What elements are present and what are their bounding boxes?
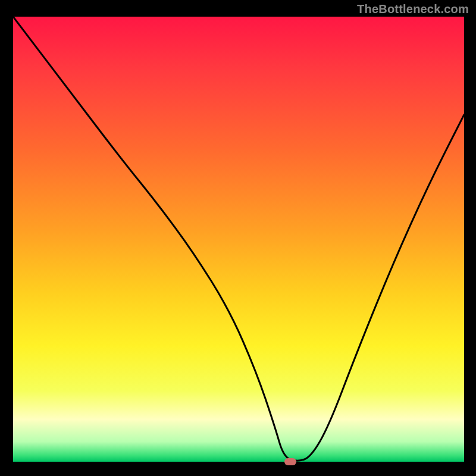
gradient-background	[13, 17, 464, 462]
optimal-point-marker	[284, 458, 296, 465]
plot-area	[13, 17, 464, 462]
watermark-text: TheBottleneck.com	[357, 2, 469, 16]
chart-stage: TheBottleneck.com	[0, 0, 476, 476]
bottleneck-chart	[13, 17, 464, 462]
